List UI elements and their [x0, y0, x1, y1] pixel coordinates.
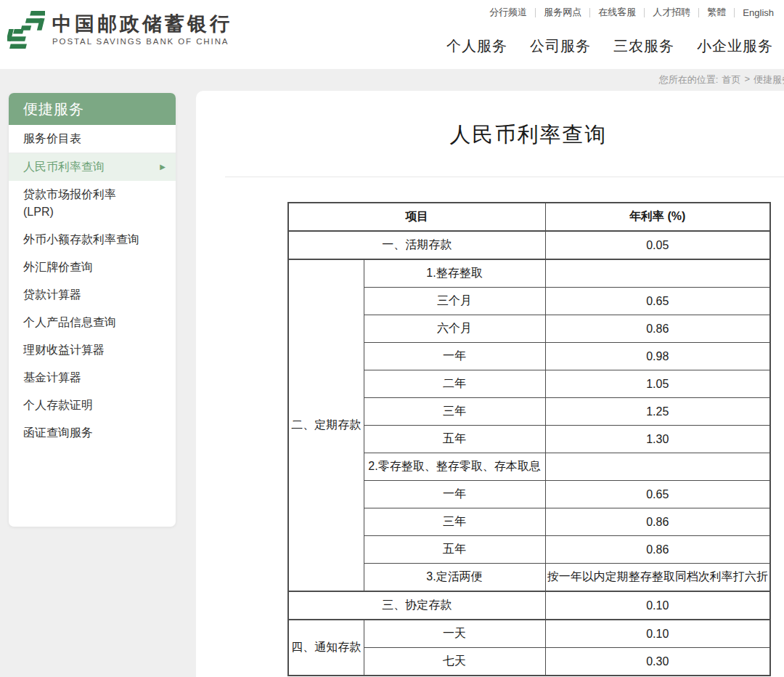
- table-cell: 0.10: [545, 620, 770, 648]
- table-cell: 0.05: [545, 231, 770, 259]
- sidebar-item-label: 外币小额存款利率查询: [23, 233, 139, 246]
- table-cell: 0.86: [545, 508, 770, 536]
- breadcrumb-home-link[interactable]: 首页: [722, 73, 740, 86]
- breadcrumb-section-link[interactable]: 便捷服务: [754, 73, 784, 86]
- sidebar-item[interactable]: 服务价目表: [9, 125, 176, 153]
- rates-table-body: 一、活期存款0.05二、定期存款1.整存整取三个月0.65六个月0.86一年0.…: [288, 231, 770, 676]
- sidebar-item-label: 基金计算器: [23, 371, 81, 384]
- table-cell: [545, 453, 770, 481]
- nav-separator: [734, 8, 735, 17]
- table-cell: 1.25: [545, 398, 770, 426]
- utility-nav-link[interactable]: 繁體: [707, 6, 726, 19]
- sidebar-item-label: 个人产品信息查询: [23, 316, 116, 328]
- utility-nav-link[interactable]: 分行频道: [489, 6, 527, 19]
- table-cell: 0.98: [545, 343, 770, 370]
- table-cell: 一年: [364, 343, 545, 370]
- sidebar-item[interactable]: 理财收益计算器: [9, 336, 176, 364]
- bank-name-en: POSTAL SAVINGS BANK OF CHINA: [52, 37, 232, 46]
- utility-nav-link[interactable]: English: [743, 7, 774, 18]
- table-cell: 一、活期存款: [288, 231, 545, 259]
- sidebar-item[interactable]: 外币小额存款利率查询: [9, 226, 176, 254]
- sidebar-item[interactable]: 贷款市场报价利率 (LPR): [9, 181, 176, 226]
- page-title: 人民币利率查询: [287, 122, 769, 147]
- table-cell: 五年: [364, 426, 545, 453]
- breadcrumb-label: 您所在的位置:: [659, 73, 719, 86]
- sidebar-item-label: 贷款市场报价利率 (LPR): [23, 188, 116, 218]
- rates-table-head: 项目年利率 (%): [288, 203, 770, 231]
- table-cell: 五年: [364, 536, 545, 564]
- table-header-cell: 项目: [288, 203, 545, 231]
- bank-name-cn: 中国邮政储蓄银行: [52, 13, 232, 35]
- table-cell: 0.65: [545, 481, 770, 508]
- sidebar-item[interactable]: 函证查询服务: [9, 419, 176, 447]
- table-cell: 0.30: [545, 648, 770, 676]
- table-cell: 三年: [364, 508, 545, 536]
- table-row: 四、通知存款一天0.10: [288, 620, 770, 648]
- breadcrumb-separator: >: [744, 73, 750, 86]
- table-header-cell: 年利率 (%): [545, 203, 770, 231]
- rates-table: 项目年利率 (%) 一、活期存款0.05二、定期存款1.整存整取三个月0.65六…: [287, 202, 771, 676]
- sidebar-item-label: 服务价目表: [23, 132, 81, 145]
- table-cell: 0.86: [545, 315, 770, 343]
- utility-nav-link[interactable]: 人才招聘: [653, 6, 690, 19]
- table-cell: 0.10: [545, 591, 770, 620]
- table-cell: 三个月: [364, 288, 545, 315]
- table-row: 三、协定存款0.10: [288, 591, 770, 620]
- table-cell: 三、协定存款: [288, 591, 545, 620]
- table-cell: 一年: [364, 481, 545, 508]
- utility-nav: 分行频道服务网点在线客服人才招聘繁體English: [489, 6, 774, 19]
- main-content: 人民币利率查询 项目年利率 (%) 一、活期存款0.05二、定期存款1.整存整取…: [196, 91, 784, 677]
- table-cell: 2.零存整取、整存零取、存本取息: [364, 453, 545, 481]
- table-group-cell: 四、通知存款: [288, 620, 364, 676]
- table-group-cell: 二、定期存款: [288, 259, 364, 591]
- main-nav-link[interactable]: 公司服务: [530, 36, 591, 56]
- table-row: 二、定期存款1.整存整取: [288, 259, 770, 288]
- sidebar-item[interactable]: 基金计算器: [9, 364, 176, 392]
- sidebar-item[interactable]: 个人产品信息查询: [9, 309, 176, 336]
- title-divider: [225, 177, 784, 177]
- sidebar-item-label: 贷款计算器: [23, 288, 81, 301]
- sidebar-item[interactable]: 人民币利率查询▶: [9, 153, 176, 181]
- sidebar-menu: 服务价目表人民币利率查询▶贷款市场报价利率 (LPR)外币小额存款利率查询外汇牌…: [9, 125, 176, 447]
- table-cell: 三年: [364, 398, 545, 426]
- chevron-right-icon: ▶: [160, 153, 166, 181]
- table-cell: 1.整存整取: [364, 259, 545, 288]
- sidebar-item-label: 函证查询服务: [23, 426, 93, 439]
- table-cell: 二年: [364, 370, 545, 398]
- table-cell: 六个月: [364, 315, 545, 343]
- bank-logo[interactable]: 中国邮政储蓄银行 POSTAL SAVINGS BANK OF CHINA: [7, 8, 232, 50]
- sidebar-item-label: 外汇牌价查询: [23, 261, 93, 273]
- table-cell: 按一年以内定期整存整取同档次利率打六折: [545, 564, 770, 592]
- table-cell: [545, 259, 770, 288]
- table-cell: 1.30: [545, 426, 770, 453]
- sidebar-item[interactable]: 外汇牌价查询: [9, 254, 176, 281]
- sidebar-item-label: 个人存款证明: [23, 399, 93, 411]
- breadcrumb: 您所在的位置: 首页 > 便捷服务: [659, 73, 784, 86]
- table-cell: 0.65: [545, 288, 770, 315]
- sidebar-item-label: 人民币利率查询: [23, 161, 105, 173]
- sidebar-item[interactable]: 个人存款证明: [9, 392, 176, 419]
- table-cell: 3.定活两便: [364, 564, 545, 592]
- main-nav-link[interactable]: 个人服务: [446, 36, 507, 56]
- table-row: 一、活期存款0.05: [288, 231, 770, 259]
- main-nav-link[interactable]: 三农服务: [613, 36, 674, 56]
- table-cell: 0.86: [545, 536, 770, 564]
- nav-separator: [535, 8, 536, 17]
- table-cell: 1.05: [545, 370, 770, 398]
- sidebar-item-label: 理财收益计算器: [23, 344, 105, 356]
- utility-nav-link[interactable]: 服务网点: [544, 6, 581, 19]
- nav-separator: [589, 8, 590, 17]
- main-nav: 个人服务公司服务三农服务小企业服务: [446, 36, 773, 56]
- nav-separator: [644, 8, 645, 17]
- utility-nav-link[interactable]: 在线客服: [598, 6, 636, 19]
- sidebar-title: 便捷服务: [9, 93, 176, 125]
- sidebar-item[interactable]: 贷款计算器: [9, 281, 176, 309]
- sidebar: 便捷服务 服务价目表人民币利率查询▶贷款市场报价利率 (LPR)外币小额存款利率…: [9, 93, 176, 527]
- top-header: 中国邮政储蓄银行 POSTAL SAVINGS BANK OF CHINA 分行…: [0, 0, 784, 69]
- main-nav-link[interactable]: 小企业服务: [697, 36, 773, 56]
- psbc-logo-icon: [7, 8, 45, 50]
- table-cell: 一天: [364, 620, 545, 648]
- nav-separator: [698, 8, 699, 17]
- table-cell: 七天: [364, 648, 545, 676]
